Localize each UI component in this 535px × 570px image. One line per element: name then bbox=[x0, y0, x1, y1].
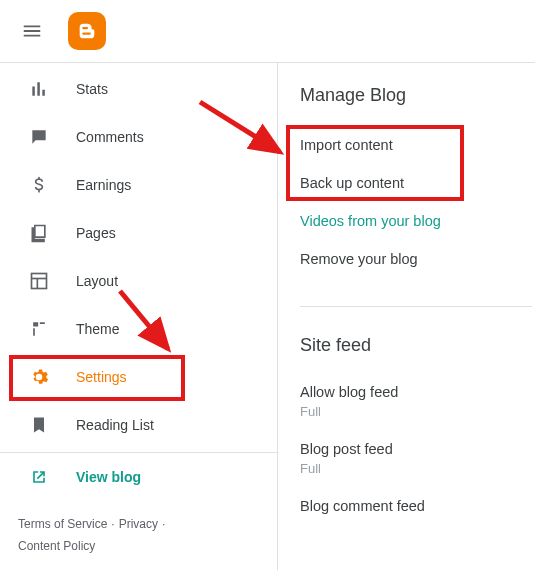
sidebar-item-label: Theme bbox=[76, 321, 120, 337]
back-up-content-button[interactable]: Back up content bbox=[300, 164, 535, 202]
site-feed-heading: Site feed bbox=[300, 335, 535, 356]
sidebar-item-label: Settings bbox=[76, 369, 127, 385]
earnings-icon bbox=[28, 174, 50, 196]
import-content-button[interactable]: Import content bbox=[300, 126, 535, 164]
content-policy-link[interactable]: Content Policy bbox=[18, 539, 95, 553]
sidebar-item-settings[interactable]: Settings bbox=[0, 353, 277, 401]
manage-blog-heading: Manage Blog bbox=[300, 85, 535, 106]
sidebar-item-theme[interactable]: Theme bbox=[0, 305, 277, 353]
sidebar-item-comments[interactable]: Comments bbox=[0, 113, 277, 161]
sidebar-item-layout[interactable]: Layout bbox=[0, 257, 277, 305]
blog-comment-feed-label[interactable]: Blog comment feed bbox=[300, 490, 535, 518]
blog-post-feed-label[interactable]: Blog post feed bbox=[300, 433, 535, 461]
menu-icon bbox=[21, 20, 43, 42]
sidebar-item-pages[interactable]: Pages bbox=[0, 209, 277, 257]
hamburger-menu-button[interactable] bbox=[10, 9, 54, 53]
view-blog-link[interactable]: View blog bbox=[0, 452, 277, 500]
theme-icon bbox=[28, 318, 50, 340]
sidebar-item-stats[interactable]: Stats bbox=[0, 65, 277, 113]
open-in-new-icon bbox=[28, 466, 50, 488]
privacy-link[interactable]: Privacy bbox=[119, 517, 158, 531]
sidebar-item-label: Earnings bbox=[76, 177, 131, 193]
allow-blog-feed-value: Full bbox=[300, 404, 535, 433]
blogger-logo bbox=[68, 12, 106, 50]
stats-icon bbox=[28, 78, 50, 100]
pages-icon bbox=[28, 222, 50, 244]
layout-icon bbox=[28, 270, 50, 292]
sidebar-item-label: Layout bbox=[76, 273, 118, 289]
footer-links: Terms of Service·Privacy· Content Policy bbox=[0, 500, 277, 570]
content-panel: Manage Blog Import content Back up conte… bbox=[278, 63, 535, 570]
sidebar: Stats Comments Earnings Pages Layout The… bbox=[0, 63, 278, 570]
videos-from-blog-link[interactable]: Videos from your blog bbox=[300, 202, 535, 240]
remove-blog-button[interactable]: Remove your blog bbox=[300, 240, 535, 278]
sidebar-item-label: Stats bbox=[76, 81, 108, 97]
view-blog-label: View blog bbox=[76, 469, 141, 485]
comments-icon bbox=[28, 126, 50, 148]
sidebar-item-earnings[interactable]: Earnings bbox=[0, 161, 277, 209]
sidebar-item-reading-list[interactable]: Reading List bbox=[0, 401, 277, 449]
allow-blog-feed-label[interactable]: Allow blog feed bbox=[300, 376, 535, 404]
sidebar-item-label: Reading List bbox=[76, 417, 154, 433]
sidebar-item-label: Pages bbox=[76, 225, 116, 241]
blog-post-feed-value: Full bbox=[300, 461, 535, 490]
sidebar-item-label: Comments bbox=[76, 129, 144, 145]
bookmark-icon bbox=[28, 414, 50, 436]
tos-link[interactable]: Terms of Service bbox=[18, 517, 107, 531]
gear-icon bbox=[28, 366, 50, 388]
svg-rect-0 bbox=[32, 274, 47, 289]
